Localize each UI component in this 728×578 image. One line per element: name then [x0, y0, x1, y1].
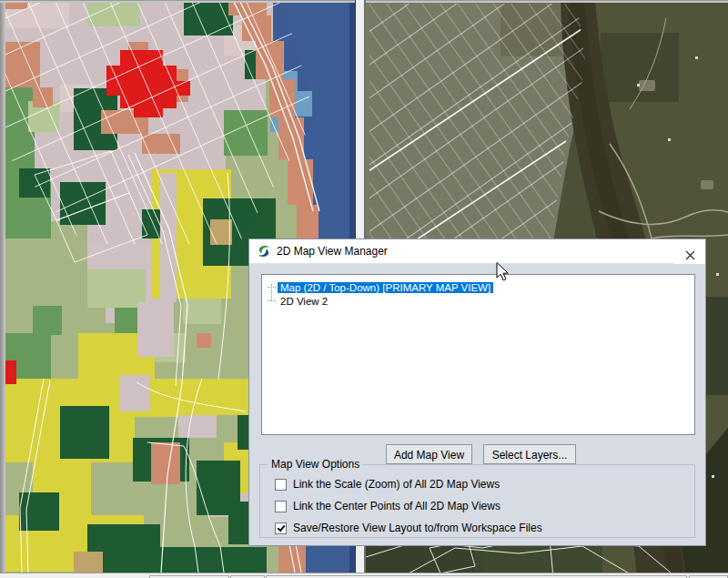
list-item-2d-view-2[interactable]: 2D View 2: [262, 294, 694, 308]
global-mapper-logo-icon: [257, 244, 271, 259]
link-scale-checkbox-row[interactable]: Link the Scale (Zoom) of All 2D Map View…: [275, 478, 500, 491]
link-scale-checkbox[interactable]: [275, 479, 287, 491]
add-map-view-button[interactable]: Add Map View: [386, 444, 472, 464]
group-label: Map View Options: [268, 458, 363, 471]
list-item-primary-map-view[interactable]: Map (2D / Top-Down) [PRIMARY MAP VIEW]: [262, 280, 694, 294]
map-view-manager-dialog: 2D Map View Manager Map (2D / Top-Down) …: [248, 238, 706, 546]
list-item-label: Map (2D / Top-Down) [PRIMARY MAP VIEW]: [278, 282, 493, 293]
dialog-titlebar[interactable]: 2D Map View Manager: [249, 239, 705, 264]
list-item-label: 2D View 2: [278, 296, 330, 307]
tree-guide-line: [271, 284, 272, 300]
checkbox-label: Link the Scale (Zoom) of All 2D Map View…: [293, 478, 500, 491]
tree-connector: [268, 300, 276, 301]
close-icon[interactable]: [674, 239, 705, 264]
map-view-options-group: Map View Options Link the Scale (Zoom) o…: [259, 464, 695, 538]
checkbox-label: Link the Center Points of All 2D Map Vie…: [293, 500, 500, 512]
save-restore-checkbox-row[interactable]: Save/Restore View Layout to/from Workspa…: [275, 522, 542, 534]
dialog-title: 2D Map View Manager: [277, 239, 388, 263]
app-window: 2D Map View Manager Map (2D / Top-Down) …: [0, 0, 728, 578]
select-layers-button[interactable]: Select Layers...: [483, 444, 576, 464]
save-restore-checkbox[interactable]: [275, 522, 287, 534]
status-bar: [0, 573, 728, 578]
link-center-checkbox[interactable]: [275, 501, 287, 512]
map-view-list[interactable]: Map (2D / Top-Down) [PRIMARY MAP VIEW] 2…: [261, 274, 695, 435]
window-left-edge: [0, 0, 5, 578]
checkbox-label: Save/Restore View Layout to/from Workspa…: [293, 522, 542, 534]
link-center-checkbox-row[interactable]: Link the Center Points of All 2D Map Vie…: [275, 500, 500, 512]
